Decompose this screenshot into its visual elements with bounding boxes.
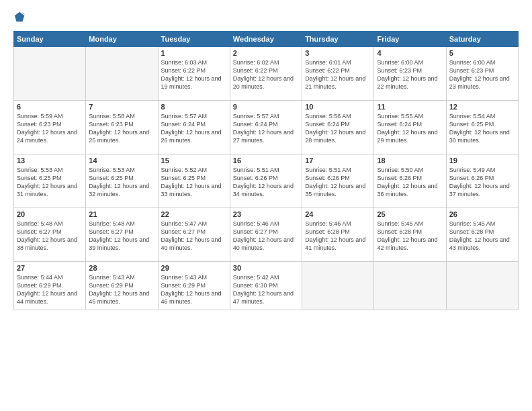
day-info: Sunrise: 5:46 AM Sunset: 6:27 PM Dayligh…	[233, 220, 299, 253]
weekday-header-tuesday: Tuesday	[158, 32, 230, 47]
calendar-cell: 12Sunrise: 5:54 AM Sunset: 6:25 PM Dayli…	[446, 101, 518, 154]
weekday-header-monday: Monday	[86, 32, 158, 47]
calendar-cell: 23Sunrise: 5:46 AM Sunset: 6:27 PM Dayli…	[230, 208, 302, 262]
day-number: 1	[161, 49, 227, 57]
calendar-cell: 10Sunrise: 5:56 AM Sunset: 6:24 PM Dayli…	[302, 101, 374, 154]
calendar-cell: 7Sunrise: 5:58 AM Sunset: 6:23 PM Daylig…	[86, 101, 158, 154]
day-info: Sunrise: 6:00 AM Sunset: 6:23 PM Dayligh…	[377, 58, 443, 91]
calendar-cell: 22Sunrise: 5:47 AM Sunset: 6:27 PM Dayli…	[158, 208, 230, 262]
calendar-cell: 14Sunrise: 5:53 AM Sunset: 6:25 PM Dayli…	[86, 154, 158, 208]
calendar-cell: 26Sunrise: 5:45 AM Sunset: 6:28 PM Dayli…	[446, 208, 518, 262]
day-info: Sunrise: 5:45 AM Sunset: 6:28 PM Dayligh…	[377, 220, 443, 253]
svg-marker-0	[15, 12, 24, 21]
day-number: 21	[89, 210, 154, 218]
day-info: Sunrise: 5:49 AM Sunset: 6:26 PM Dayligh…	[449, 166, 515, 199]
day-info: Sunrise: 5:44 AM Sunset: 6:29 PM Dayligh…	[17, 273, 83, 306]
day-info: Sunrise: 5:53 AM Sunset: 6:25 PM Dayligh…	[89, 166, 154, 199]
day-number: 30	[233, 264, 299, 272]
calendar: SundayMondayTuesdayWednesdayThursdayFrid…	[13, 31, 519, 310]
day-number: 5	[449, 49, 515, 57]
calendar-week-3: 13Sunrise: 5:53 AM Sunset: 6:25 PM Dayli…	[14, 154, 519, 208]
day-number: 23	[233, 210, 299, 218]
day-info: Sunrise: 5:48 AM Sunset: 6:27 PM Dayligh…	[89, 220, 154, 253]
calendar-cell: 1Sunrise: 6:03 AM Sunset: 6:22 PM Daylig…	[158, 47, 230, 101]
day-info: Sunrise: 5:50 AM Sunset: 6:26 PM Dayligh…	[377, 166, 443, 199]
day-info: Sunrise: 5:42 AM Sunset: 6:30 PM Dayligh…	[233, 273, 299, 306]
calendar-cell: 13Sunrise: 5:53 AM Sunset: 6:25 PM Dayli…	[14, 154, 86, 208]
day-info: Sunrise: 5:43 AM Sunset: 6:29 PM Dayligh…	[89, 273, 154, 306]
day-info: Sunrise: 5:45 AM Sunset: 6:28 PM Dayligh…	[449, 220, 515, 253]
calendar-cell: 28Sunrise: 5:43 AM Sunset: 6:29 PM Dayli…	[86, 262, 158, 310]
day-number: 4	[377, 49, 443, 57]
day-info: Sunrise: 5:47 AM Sunset: 6:27 PM Dayligh…	[161, 220, 227, 253]
weekday-header-saturday: Saturday	[446, 32, 518, 47]
day-info: Sunrise: 5:57 AM Sunset: 6:24 PM Dayligh…	[233, 112, 299, 145]
day-number: 22	[161, 210, 227, 218]
calendar-cell: 6Sunrise: 5:59 AM Sunset: 6:23 PM Daylig…	[14, 101, 86, 154]
calendar-cell: 11Sunrise: 5:55 AM Sunset: 6:24 PM Dayli…	[374, 101, 446, 154]
day-info: Sunrise: 5:46 AM Sunset: 6:28 PM Dayligh…	[305, 220, 371, 253]
calendar-cell: 8Sunrise: 5:57 AM Sunset: 6:24 PM Daylig…	[158, 101, 230, 154]
calendar-body: 1Sunrise: 6:03 AM Sunset: 6:22 PM Daylig…	[14, 47, 519, 310]
calendar-cell	[86, 47, 158, 101]
weekday-header-friday: Friday	[374, 32, 446, 47]
weekday-header-wednesday: Wednesday	[230, 32, 302, 47]
day-number: 17	[305, 156, 371, 165]
day-info: Sunrise: 5:59 AM Sunset: 6:23 PM Dayligh…	[17, 112, 83, 145]
day-number: 27	[17, 264, 83, 272]
calendar-week-4: 20Sunrise: 5:48 AM Sunset: 6:27 PM Dayli…	[14, 208, 519, 262]
day-info: Sunrise: 6:03 AM Sunset: 6:22 PM Dayligh…	[161, 58, 227, 91]
day-info: Sunrise: 5:56 AM Sunset: 6:24 PM Dayligh…	[305, 112, 371, 145]
day-number: 8	[161, 103, 227, 111]
day-info: Sunrise: 5:51 AM Sunset: 6:26 PM Dayligh…	[233, 166, 299, 199]
header	[13, 11, 519, 26]
calendar-week-2: 6Sunrise: 5:59 AM Sunset: 6:23 PM Daylig…	[14, 101, 519, 154]
calendar-cell: 5Sunrise: 6:00 AM Sunset: 6:23 PM Daylig…	[446, 47, 518, 101]
day-info: Sunrise: 5:43 AM Sunset: 6:29 PM Dayligh…	[161, 273, 227, 306]
weekday-header-sunday: Sunday	[14, 32, 86, 47]
day-number: 16	[233, 156, 299, 165]
day-number: 18	[377, 156, 443, 165]
day-info: Sunrise: 5:54 AM Sunset: 6:25 PM Dayligh…	[449, 112, 515, 145]
calendar-cell: 25Sunrise: 5:45 AM Sunset: 6:28 PM Dayli…	[374, 208, 446, 262]
day-number: 9	[233, 103, 299, 111]
logo-icon	[13, 11, 26, 23]
calendar-cell: 4Sunrise: 6:00 AM Sunset: 6:23 PM Daylig…	[374, 47, 446, 101]
day-number: 7	[89, 103, 154, 111]
calendar-cell: 20Sunrise: 5:48 AM Sunset: 6:27 PM Dayli…	[14, 208, 86, 262]
day-number: 14	[89, 156, 154, 165]
day-number: 29	[161, 264, 227, 272]
page: SundayMondayTuesdayWednesdayThursdayFrid…	[0, 0, 532, 411]
day-info: Sunrise: 6:00 AM Sunset: 6:23 PM Dayligh…	[449, 58, 515, 91]
calendar-cell: 3Sunrise: 6:01 AM Sunset: 6:22 PM Daylig…	[302, 47, 374, 101]
day-info: Sunrise: 5:57 AM Sunset: 6:24 PM Dayligh…	[161, 112, 227, 145]
day-info: Sunrise: 6:02 AM Sunset: 6:22 PM Dayligh…	[233, 58, 299, 91]
day-info: Sunrise: 5:53 AM Sunset: 6:25 PM Dayligh…	[17, 166, 83, 199]
calendar-week-1: 1Sunrise: 6:03 AM Sunset: 6:22 PM Daylig…	[14, 47, 519, 101]
calendar-cell: 2Sunrise: 6:02 AM Sunset: 6:22 PM Daylig…	[230, 47, 302, 101]
calendar-cell: 21Sunrise: 5:48 AM Sunset: 6:27 PM Dayli…	[86, 208, 158, 262]
day-info: Sunrise: 5:52 AM Sunset: 6:25 PM Dayligh…	[161, 166, 227, 199]
day-number: 28	[89, 264, 154, 272]
calendar-cell	[446, 262, 518, 310]
day-number: 26	[449, 210, 515, 218]
calendar-cell: 16Sunrise: 5:51 AM Sunset: 6:26 PM Dayli…	[230, 154, 302, 208]
day-number: 20	[17, 210, 83, 218]
day-number: 19	[449, 156, 515, 165]
logo	[13, 11, 27, 26]
calendar-cell	[374, 262, 446, 310]
calendar-cell: 24Sunrise: 5:46 AM Sunset: 6:28 PM Dayli…	[302, 208, 374, 262]
day-number: 25	[377, 210, 443, 218]
day-number: 12	[449, 103, 515, 111]
calendar-cell: 19Sunrise: 5:49 AM Sunset: 6:26 PM Dayli…	[446, 154, 518, 208]
day-info: Sunrise: 6:01 AM Sunset: 6:22 PM Dayligh…	[305, 58, 371, 91]
calendar-cell: 29Sunrise: 5:43 AM Sunset: 6:29 PM Dayli…	[158, 262, 230, 310]
calendar-cell: 17Sunrise: 5:51 AM Sunset: 6:26 PM Dayli…	[302, 154, 374, 208]
calendar-cell	[14, 47, 86, 101]
calendar-cell	[302, 262, 374, 310]
day-number: 15	[161, 156, 227, 165]
day-number: 24	[305, 210, 371, 218]
day-info: Sunrise: 5:48 AM Sunset: 6:27 PM Dayligh…	[17, 220, 83, 253]
calendar-cell: 30Sunrise: 5:42 AM Sunset: 6:30 PM Dayli…	[230, 262, 302, 310]
day-number: 3	[305, 49, 371, 57]
